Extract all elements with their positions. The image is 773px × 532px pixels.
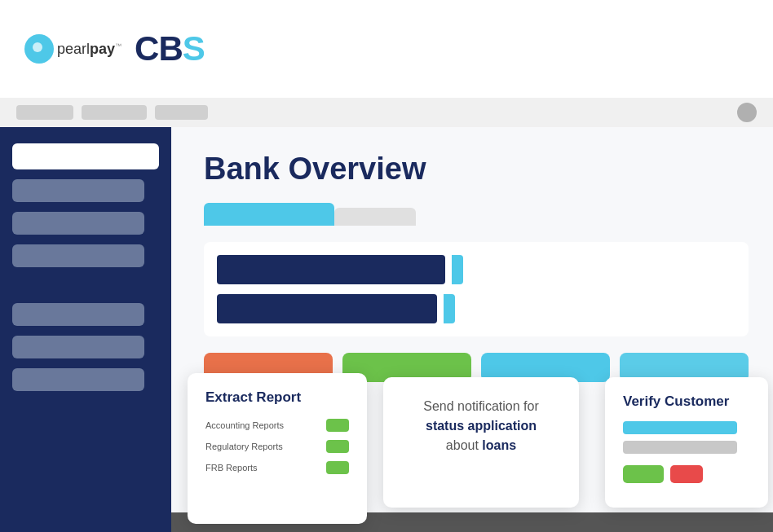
sidebar-item-5[interactable] [12,336,144,358]
sidebar-item-active[interactable] [12,143,159,169]
sidebar-item-2[interactable] [12,212,144,235]
pearl-icon [24,34,54,64]
svg-point-1 [33,42,42,52]
logo-area: pearlpay™ CBS [24,29,205,68]
sidebar [0,127,171,532]
nav-avatar[interactable] [737,103,757,122]
verify-title: Verify Customer [623,394,750,410]
page-title: Bank Overview [204,152,749,187]
report-badge-2 [326,440,349,453]
notify-prefix: Send notification for [423,399,538,413]
verify-btn-reject[interactable] [670,465,703,483]
report-label-2: Regulatory Reports [205,442,283,451]
sidebar-item-4[interactable] [12,303,144,326]
tab-bar [204,203,749,226]
bar-chart-2 [217,294,437,323]
verify-bar-blue [623,421,737,434]
notify-text: Send notification for status application… [406,397,556,455]
main-layout: Bank Overview [0,127,773,532]
pearlpay-logo: pearlpay™ [24,34,121,64]
tab-1[interactable] [204,203,334,226]
report-row-3: FRB Reports [205,461,349,474]
floating-cards: Extract Report Accounting Reports Regula… [188,369,773,532]
notify-middle: about [446,438,479,452]
cbs-wordmark: CBS [135,29,205,68]
verify-bar-gray [623,441,737,454]
bar-chart-1 [217,255,445,284]
nav-item-2[interactable] [82,105,147,120]
header: pearlpay™ CBS [0,0,773,98]
verify-btn-approve[interactable] [623,465,664,483]
report-label-1: Accounting Reports [205,420,284,430]
report-badge-1 [326,419,349,432]
report-label-3: FRB Reports [205,463,258,473]
report-badge-3 [326,461,349,474]
tab-2[interactable] [334,208,416,226]
pearlpay-wordmark: pearlpay™ [57,41,121,58]
extract-report-card: Extract Report Accounting Reports Regula… [188,373,367,524]
notification-card: Send notification for status application… [383,377,579,508]
report-row-2: Regulatory Reports [205,440,349,453]
sidebar-item-3[interactable] [12,244,144,267]
bar-cap-2 [444,294,455,323]
nav-item-3[interactable] [155,105,208,120]
verify-customer-card: Verify Customer [605,377,768,508]
nav-item-1[interactable] [16,105,73,120]
bar-cap-1 [452,255,463,284]
verify-buttons [623,465,750,483]
bar-row-1 [217,255,735,284]
notify-bold-2: loans [482,438,516,452]
bar-row-2 [217,294,735,323]
content-area: Bank Overview [171,127,773,532]
extract-card-title: Extract Report [205,389,349,406]
sidebar-item-6[interactable] [12,368,144,391]
notify-bold-1: status application [426,419,537,433]
sidebar-item-1[interactable] [12,179,144,202]
report-row-1: Accounting Reports [205,419,349,432]
chart-section [204,242,749,336]
top-nav [0,98,773,127]
